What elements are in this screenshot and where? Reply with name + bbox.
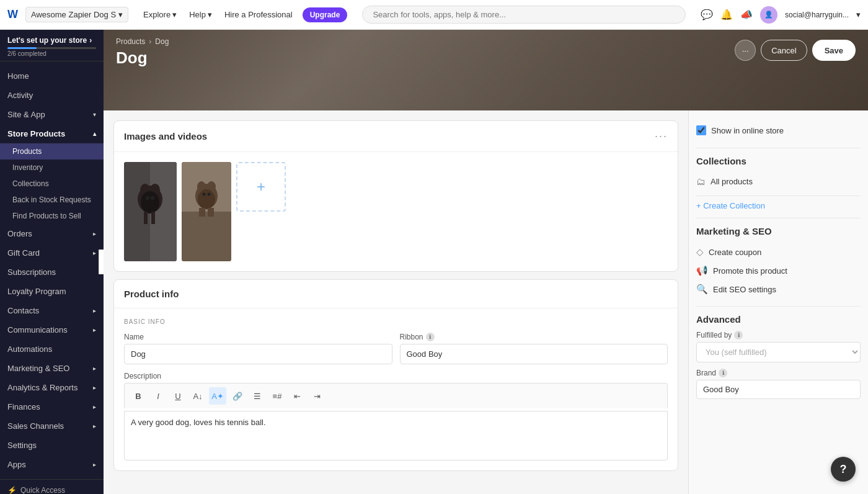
quick-access-label: Quick Access <box>20 486 65 494</box>
sidebar-item-find-products[interactable]: Find Products to Sell <box>0 208 104 224</box>
megaphone-icon[interactable]: 📣 <box>740 9 753 20</box>
analytics-chevron: ▸ <box>93 384 96 391</box>
cancel-button[interactable]: Cancel <box>761 40 807 61</box>
breadcrumb-products[interactable]: Products <box>116 37 145 46</box>
search-input[interactable] <box>362 6 686 24</box>
sidebar-item-activity[interactable]: Activity <box>0 86 104 105</box>
link-button[interactable]: 🔗 <box>229 387 246 405</box>
sidebar-section-store-products[interactable]: Store Products ▴ <box>0 124 104 143</box>
site-selector-chevron: ▾ <box>118 10 123 19</box>
sidebar-item-products[interactable]: Products <box>0 143 104 159</box>
indent-left-button[interactable]: ⇤ <box>288 387 306 405</box>
sidebar-item-subscriptions[interactable]: Subscriptions <box>0 263 104 282</box>
sidebar-item-site-app[interactable]: Site & App ▾ <box>0 105 104 124</box>
add-image-button[interactable]: + <box>236 162 286 212</box>
font-button[interactable]: A↓ <box>189 387 206 405</box>
site-name: Awesome Zapier Dog S <box>31 10 116 19</box>
sidebar-item-back-in-stock[interactable]: Back in Stock Requests <box>0 192 104 208</box>
highlight-button[interactable]: A✦ <box>209 387 226 405</box>
page-header: Products › Dog Dog ··· Cancel Save <box>104 30 868 110</box>
sidebar-item-inventory[interactable]: Inventory <box>0 159 104 176</box>
quick-access[interactable]: ⚡ Quick Access <box>0 479 104 494</box>
sidebar-item-finances[interactable]: Finances ▸ <box>0 397 104 416</box>
show-in-store-checkbox[interactable] <box>696 125 706 135</box>
wix-logo: W <box>7 8 18 21</box>
product-image-2[interactable] <box>182 162 231 261</box>
more-options-button[interactable]: ··· <box>735 40 756 61</box>
fulfilled-by-label: Fulfilled by ℹ <box>696 331 861 339</box>
bell-icon[interactable]: 🔔 <box>720 9 733 20</box>
ribbon-info-icon[interactable]: ℹ <box>426 333 435 341</box>
brand-label: Brand ℹ <box>696 369 861 377</box>
all-products-collection[interactable]: 🗂 All products <box>696 173 861 191</box>
promote-icon: 📢 <box>696 265 708 276</box>
avatar[interactable]: 👤 <box>760 6 777 24</box>
top-nav-items: Explore ▾ Help ▾ Hire a Professional <box>138 7 298 22</box>
italic-button[interactable]: I <box>149 387 167 405</box>
user-email[interactable]: social@harryguin... <box>785 11 849 19</box>
nav-hire[interactable]: Hire a Professional <box>219 7 298 22</box>
nav-help[interactable]: Help ▾ <box>184 7 217 22</box>
site-selector[interactable]: Awesome Zapier Dog S ▾ <box>25 7 128 22</box>
sidebar-item-gift-card[interactable]: Gift Card ▸ <box>0 243 104 263</box>
indent-right-button[interactable]: ⇥ <box>308 387 326 405</box>
edit-seo-label: Edit SEO settings <box>713 285 776 294</box>
breadcrumb-separator: › <box>149 37 151 46</box>
right-panel: Show in online store Collections 🗂 All p… <box>688 110 868 494</box>
store-products-chevron: ▴ <box>93 130 96 137</box>
brand-input[interactable] <box>696 380 861 399</box>
svg-point-9 <box>146 196 149 200</box>
sidebar-item-settings[interactable]: Settings <box>0 436 104 455</box>
sidebar-item-home[interactable]: Home <box>0 66 104 86</box>
sidebar-collapse-button[interactable]: ‹ <box>99 249 104 274</box>
help-button[interactable]: ? <box>831 457 856 482</box>
coupon-icon: ◇ <box>696 246 704 258</box>
name-input[interactable] <box>124 344 392 364</box>
name-label: Name <box>124 333 392 341</box>
fulfilled-info-icon[interactable]: ℹ <box>734 331 743 339</box>
sidebar-item-collections[interactable]: Collections <box>0 176 104 192</box>
collections-divider <box>696 195 861 196</box>
svg-point-17 <box>198 189 215 209</box>
sidebar-item-marketing-seo[interactable]: Marketing & SEO ▸ <box>0 359 104 378</box>
breadcrumb-dog[interactable]: Dog <box>155 37 169 46</box>
save-button[interactable]: Save <box>812 40 856 61</box>
sidebar-item-apps[interactable]: Apps ▸ <box>0 455 104 474</box>
nav-explore[interactable]: Explore ▾ <box>138 7 182 22</box>
bold-button[interactable]: B <box>130 387 147 405</box>
underline-button[interactable]: U <box>169 387 187 405</box>
svg-rect-8 <box>151 212 155 224</box>
fulfilled-by-select[interactable]: You (self fulfilled) <box>696 342 861 362</box>
promote-product-item[interactable]: 📢 Promote this product <box>696 261 861 280</box>
promote-product-label: Promote this product <box>713 266 787 276</box>
create-collection-link[interactable]: + Create Collection <box>696 201 765 210</box>
numbered-list-button[interactable]: ≡# <box>268 387 286 405</box>
create-coupon-item[interactable]: ◇ Create coupon <box>696 243 861 261</box>
bullet-list-button[interactable]: ☰ <box>249 387 266 405</box>
upgrade-button[interactable]: Upgrade <box>303 7 348 22</box>
advanced-section: Advanced Fulfilled by ℹ You (self fulfil… <box>696 307 861 406</box>
quick-access-icon: ⚡ <box>7 486 17 494</box>
product-image-1[interactable] <box>124 162 177 261</box>
chat-icon[interactable]: 💬 <box>701 9 713 20</box>
edit-seo-item[interactable]: 🔍 Edit SEO settings <box>696 280 861 299</box>
setup-title[interactable]: Let's set up your store › <box>7 36 96 45</box>
collections-title: Collections <box>696 156 861 166</box>
description-input[interactable]: A very good dog, loves his tennis ball. <box>124 411 668 460</box>
sidebar-item-communications[interactable]: Communications ▸ <box>0 320 104 339</box>
description-field-group: Description B I U A↓ A✦ 🔗 ☰ ≡# ⇤ <box>124 372 668 460</box>
sidebar-item-contacts[interactable]: Contacts ▸ <box>0 301 104 320</box>
description-toolbar: B I U A↓ A✦ 🔗 ☰ ≡# ⇤ ⇥ <box>124 383 668 408</box>
progress-bar <box>7 47 96 49</box>
sidebar-item-loyalty-program[interactable]: Loyalty Program <box>0 282 104 301</box>
sidebar-item-analytics-reports[interactable]: Analytics & Reports ▸ <box>0 378 104 397</box>
brand-info-icon[interactable]: ℹ <box>719 369 727 377</box>
ribbon-input[interactable] <box>400 344 668 364</box>
sidebar-item-orders[interactable]: Orders ▸ <box>0 224 104 243</box>
images-more-options[interactable]: ··· <box>655 130 668 143</box>
svg-rect-18 <box>199 208 205 217</box>
orders-chevron: ▸ <box>93 230 96 237</box>
sidebar-item-sales-channels[interactable]: Sales Channels ▸ <box>0 416 104 436</box>
svg-point-20 <box>203 193 206 196</box>
sidebar-item-automations[interactable]: Automations <box>0 339 104 359</box>
